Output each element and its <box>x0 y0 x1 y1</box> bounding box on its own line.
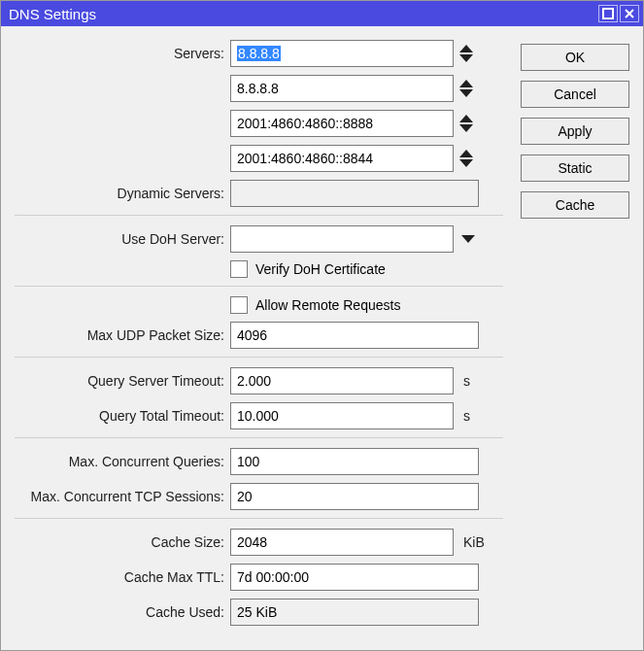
separator <box>15 437 503 438</box>
cache-size-input[interactable] <box>230 529 454 556</box>
query-total-timeout-label: Query Total Timeout: <box>15 408 230 424</box>
cache-max-ttl-input[interactable] <box>230 564 479 591</box>
separator <box>15 518 503 519</box>
query-server-timeout-input[interactable] <box>230 367 454 394</box>
query-total-timeout-input[interactable] <box>230 402 454 429</box>
chevron-up-icon <box>459 150 473 157</box>
ok-button[interactable]: OK <box>521 44 629 71</box>
close-button[interactable] <box>620 5 639 22</box>
max-conc-queries-label: Max. Concurrent Queries: <box>15 454 230 469</box>
chevron-down-icon <box>459 54 473 62</box>
cache-used-label: Cache Used: <box>15 604 230 620</box>
dropdown-arrow-icon[interactable] <box>461 235 475 243</box>
max-udp-input[interactable] <box>230 322 479 349</box>
server-spinner-2[interactable] <box>459 115 473 132</box>
dynamic-servers-label: Dynamic Servers: <box>15 186 230 201</box>
cache-button[interactable]: Cache <box>521 191 629 219</box>
use-doh-server-label: Use DoH Server: <box>15 231 230 247</box>
button-column: OK Cancel Apply Static Cache <box>521 40 629 636</box>
query-total-timeout-unit: s <box>463 408 470 424</box>
query-server-timeout-unit: s <box>463 373 470 389</box>
server-spinner-0[interactable] <box>459 45 473 62</box>
max-udp-label: Max UDP Packet Size: <box>15 327 230 343</box>
minimize-button[interactable] <box>598 5 618 22</box>
chevron-down-icon <box>459 89 473 97</box>
chevron-up-icon <box>459 115 473 122</box>
separator <box>15 286 503 287</box>
server-input-3[interactable] <box>230 145 454 172</box>
query-server-timeout-label: Query Server Timeout: <box>15 373 230 389</box>
static-button[interactable]: Static <box>521 154 629 182</box>
separator <box>15 215 503 216</box>
chevron-down-icon <box>459 159 473 167</box>
chevron-up-icon <box>459 45 473 52</box>
doh-server-select[interactable] <box>230 225 454 253</box>
apply-button[interactable]: Apply <box>521 118 629 145</box>
form-area: Servers: 8.8.8.8 <box>15 40 503 636</box>
titlebar: DNS Settings <box>1 1 643 26</box>
max-conc-queries-input[interactable] <box>230 448 479 475</box>
cancel-button[interactable]: Cancel <box>521 81 629 108</box>
dns-settings-window: DNS Settings Servers: 8.8.8.8 <box>0 0 644 651</box>
dynamic-servers-value <box>230 180 479 207</box>
servers-label: Servers: <box>15 46 230 61</box>
max-conc-tcp-label: Max. Concurrent TCP Sessions: <box>15 489 230 504</box>
verify-doh-checkbox[interactable] <box>230 260 248 278</box>
cache-size-label: Cache Size: <box>15 534 230 550</box>
server-input-0[interactable]: 8.8.8.8 <box>230 40 454 67</box>
chevron-down-icon <box>459 124 473 132</box>
server-spinner-1[interactable] <box>459 80 473 97</box>
separator <box>15 357 503 358</box>
cache-used-value: 25 KiB <box>230 599 479 626</box>
max-conc-tcp-input[interactable] <box>230 483 479 510</box>
svg-rect-0 <box>603 9 613 18</box>
verify-doh-label: Verify DoH Certificate <box>255 261 386 277</box>
cache-size-unit: KiB <box>463 534 485 550</box>
allow-remote-checkbox[interactable] <box>230 296 248 314</box>
chevron-up-icon <box>459 80 473 87</box>
cache-max-ttl-label: Cache Max TTL: <box>15 569 230 585</box>
window-title: DNS Settings <box>9 6 596 22</box>
server-input-2[interactable] <box>230 110 454 137</box>
allow-remote-label: Allow Remote Requests <box>255 297 400 313</box>
server-spinner-3[interactable] <box>459 150 473 167</box>
server-input-1[interactable] <box>230 75 454 102</box>
